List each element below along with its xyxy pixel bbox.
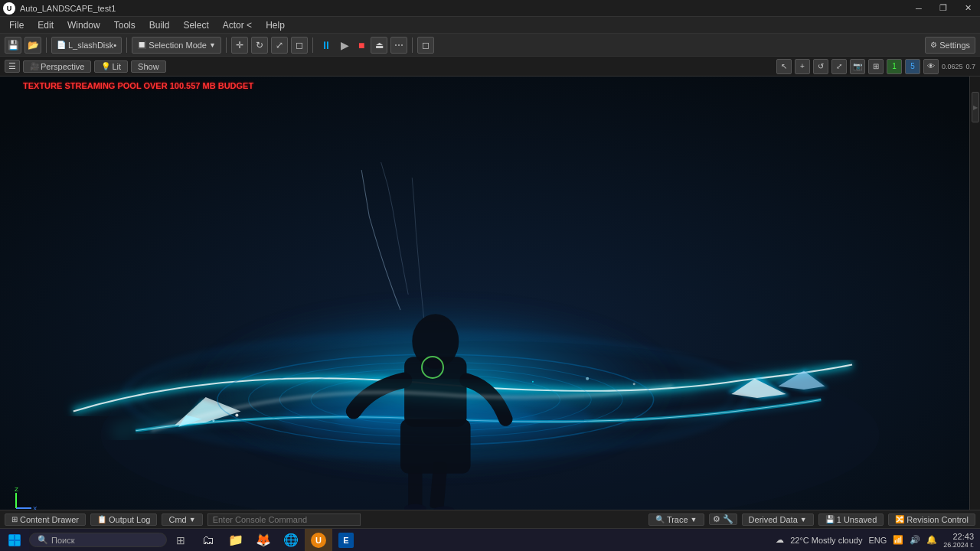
minimize-button[interactable]: ─ xyxy=(906,0,931,17)
taskbar-chrome-icon[interactable]: 🌐 xyxy=(277,529,305,552)
camera-tool-button[interactable]: ◻ xyxy=(291,37,308,54)
toolbar: 💾 📂 📄 L_slashDisk• 🔲 Selection Mode ▼ ✛ … xyxy=(0,34,980,57)
camera-speed-button[interactable]: 📷 xyxy=(850,59,865,74)
lit-button[interactable]: 💡 Lit xyxy=(94,60,128,73)
menu-tools[interactable]: Tools xyxy=(108,18,142,32)
close-button[interactable]: ✕ xyxy=(956,0,980,17)
content-drawer-button[interactable]: ⊞ Content Drawer xyxy=(5,514,86,526)
cmd-label: Cmd xyxy=(168,515,186,524)
clock-time: 22:43 xyxy=(952,532,974,541)
titlebar: U Auto_LANDSCAPE_test1 ─ ❐ ✕ xyxy=(0,0,980,17)
scene-canvas xyxy=(0,77,980,528)
search-icon: 🔍 xyxy=(38,535,48,545)
selection-mode-button[interactable]: 🔲 Selection Mode ▼ xyxy=(132,37,221,54)
taskbar-system-tray: ☁ 22°C Mostly cloudy ENG 📶 🔊 🔔 22:43 26.… xyxy=(776,532,980,549)
pause-button[interactable]: ⏸ xyxy=(318,39,335,51)
taskbar: 🔍 Поиск ⊞ 🗂 📁 🦊 🌐 U E ☁ 22°C Mostly clou… xyxy=(0,528,980,551)
menu-edit[interactable]: Edit xyxy=(31,18,60,32)
show-label: Show xyxy=(138,62,159,71)
settings-button[interactable]: ⚙ Settings xyxy=(925,37,975,54)
svg-point-21 xyxy=(586,377,589,380)
start-button[interactable] xyxy=(0,529,29,552)
unsaved-label: 1 Unsaved xyxy=(837,515,877,524)
settings-label: Settings xyxy=(939,41,970,50)
lit-label: Lit xyxy=(112,62,121,71)
scale-snap-button[interactable]: ⤢ xyxy=(831,59,847,74)
toolbar-separator-1 xyxy=(46,37,47,53)
derived-data-button[interactable]: Derived Data ▼ xyxy=(742,514,814,526)
menu-file[interactable]: File xyxy=(3,18,30,32)
warning-text: TEXTURE STREAMING POOL OVER 100.557 MB B… xyxy=(23,81,253,90)
viewport-toolbar-right: ↖ + ↺ ⤢ 📷 ⊞ 1 5 👁 0.0625 0.7 xyxy=(776,59,975,74)
taskbar-files-icon[interactable]: 📁 xyxy=(222,529,250,552)
select-icon-button[interactable]: ↖ xyxy=(776,59,792,74)
menu-build[interactable]: Build xyxy=(143,18,176,32)
trace-button[interactable]: 🔍 Trace ▼ xyxy=(648,514,704,526)
taskbar-epic-icon[interactable]: E xyxy=(332,529,360,552)
source-button[interactable]: 📂 xyxy=(24,37,41,54)
svg-rect-28 xyxy=(9,535,14,540)
crosshair xyxy=(421,356,444,379)
world-grid-button[interactable]: ⊞ xyxy=(868,59,884,74)
more-options-button[interactable]: ⋯ xyxy=(390,37,407,54)
volume-icon[interactable]: 🔊 xyxy=(910,535,920,545)
icons-button[interactable]: ⚙ 🔧 xyxy=(709,514,737,525)
perspective-label: Perspective xyxy=(41,62,84,71)
statusbar: ⊞ Content Drawer 📋 Output Log Cmd ▼ 🔍 Tr… xyxy=(0,510,980,528)
coord-display: 0.0625 xyxy=(942,63,963,70)
svg-rect-15 xyxy=(400,419,471,474)
play-mode-button[interactable]: ◻ xyxy=(417,37,434,54)
restore-button[interactable]: ❐ xyxy=(931,0,956,17)
right-viewport-panel: ▶ xyxy=(969,77,980,528)
viewport-menu-button[interactable]: ☰ xyxy=(5,60,20,73)
translate-snap-button[interactable]: + xyxy=(795,59,810,74)
level-name-button[interactable]: 📄 L_slashDisk• xyxy=(51,37,122,54)
save-button[interactable]: 💾 xyxy=(5,37,21,54)
toolbar-separator-4 xyxy=(312,37,313,53)
vis-button[interactable]: 👁 xyxy=(923,59,939,74)
menu-actor[interactable]: Actor < xyxy=(217,18,258,32)
right-panel-handle[interactable]: ▶ xyxy=(972,92,979,122)
search-placeholder: Поиск xyxy=(51,536,74,545)
show-button[interactable]: Show xyxy=(131,60,166,73)
toolbar-separator-5 xyxy=(412,37,413,53)
cmd-button[interactable]: Cmd ▼ xyxy=(162,514,202,526)
svg-text:Z: Z xyxy=(15,486,18,493)
task-view-button[interactable]: ⊞ xyxy=(167,529,194,552)
trace-label: Trace xyxy=(667,515,688,524)
titlebar-title: Auto_LANDSCAPE_test1 xyxy=(20,4,116,13)
lighting-button[interactable]: 5 xyxy=(905,59,920,74)
taskbar-firefox-icon[interactable]: 🦊 xyxy=(250,529,277,552)
stop-button[interactable]: ■ xyxy=(355,39,368,51)
console-input[interactable] xyxy=(207,514,361,526)
level-name-label: L_slashDisk• xyxy=(68,41,116,50)
menu-help[interactable]: Help xyxy=(260,18,291,32)
play-button[interactable]: ▶ xyxy=(338,39,352,51)
move-tool-button[interactable]: ✛ xyxy=(231,37,248,54)
menu-select[interactable]: Select xyxy=(177,18,214,32)
output-log-button[interactable]: 📋 Output Log xyxy=(90,514,157,526)
svg-point-23 xyxy=(532,381,534,383)
taskbar-explorer-icon[interactable]: 🗂 xyxy=(194,529,222,552)
toolbar-separator-3 xyxy=(226,37,227,53)
output-log-label: Output Log xyxy=(109,515,150,524)
scale-tool-button[interactable]: ⤢ xyxy=(271,37,288,54)
clock: 22:43 26.2024 г. xyxy=(943,532,974,549)
unsaved-button[interactable]: 💾 1 Unsaved xyxy=(818,514,884,526)
menu-window[interactable]: Window xyxy=(61,18,106,32)
rotate-snap-button[interactable]: ↺ xyxy=(813,59,828,74)
revision-control-button[interactable]: 🔀 Revision Control xyxy=(888,514,975,526)
main-area: ☰ 🎥 Perspective 💡 Lit Show ↖ + ↺ ⤢ 📷 ⊞ 1… xyxy=(0,57,980,528)
clock-date: 26.2024 г. xyxy=(943,541,974,549)
weather-icon: ☁ xyxy=(776,535,784,545)
taskbar-unreal-icon[interactable]: U xyxy=(305,529,332,552)
perspective-button[interactable]: 🎥 Perspective xyxy=(23,60,91,73)
taskbar-search[interactable]: 🔍 Поиск xyxy=(29,533,167,547)
eject-button[interactable]: ⏏ xyxy=(371,37,387,54)
rotate-tool-button[interactable]: ↻ xyxy=(251,37,268,54)
viewport[interactable]: TEXTURE STREAMING POOL OVER 100.557 MB B… xyxy=(0,77,980,528)
lang-indicator[interactable]: ENG xyxy=(868,536,887,545)
view-options-button[interactable]: 1 xyxy=(887,59,902,74)
viewport-toolbar: ☰ 🎥 Perspective 💡 Lit Show ↖ + ↺ ⤢ 📷 ⊞ 1… xyxy=(0,57,980,77)
notifications-icon[interactable]: 🔔 xyxy=(926,535,937,545)
